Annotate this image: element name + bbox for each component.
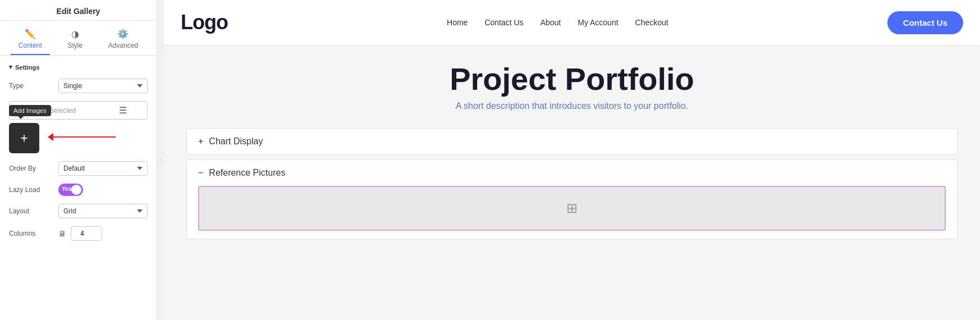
columns-monitor-icon: 🖥	[58, 229, 66, 238]
tab-style-label: Style	[67, 42, 83, 49]
tab-advanced-label: Advanced	[108, 42, 138, 49]
panel-tabs: ✏️ Content ◑ Style ⚙️ Advanced	[0, 21, 157, 56]
accordion-chart-icon: +	[198, 136, 203, 147]
lazy-load-label: Lazy Load	[9, 186, 54, 194]
accordion-reference-pictures: − Reference Pictures ⊞	[186, 159, 958, 239]
add-images-tooltip: Add Images	[9, 105, 51, 116]
columns-label: Columns	[9, 230, 54, 237]
tab-style[interactable]: ◑ Style	[59, 25, 90, 55]
edit-panel: Edit Gallery ✏️ Content ◑ Style ⚙️ Advan…	[0, 0, 157, 320]
order-by-select[interactable]: Default Random Title	[58, 161, 148, 176]
accordion-reference-icon: −	[198, 168, 203, 178]
nav-about[interactable]: About	[541, 18, 561, 27]
accordion-chart-header[interactable]: + Chart Display	[187, 129, 957, 154]
lazy-load-toggle[interactable]: Yes	[58, 184, 83, 196]
settings-arrow-icon: ▾	[9, 63, 12, 71]
add-image-wrapper: Add Images +	[9, 123, 39, 153]
site-nav: Home Contact Us About My Account Checkou…	[447, 18, 668, 27]
settings-label: Settings	[15, 64, 39, 71]
style-icon: ◑	[71, 29, 79, 39]
nav-checkout[interactable]: Checkout	[635, 18, 668, 27]
portfolio-description: A short description that introduces visi…	[186, 101, 958, 111]
nav-home[interactable]: Home	[447, 18, 468, 27]
main-content: Logo Home Contact Us About My Account Ch…	[164, 0, 980, 320]
images-area: No Images Selected ☰ Add Images +	[9, 101, 148, 153]
page-content-area: Project Portfolio A short description th…	[164, 45, 980, 320]
type-select[interactable]: Single Multiple	[58, 79, 148, 93]
order-by-label: Order By	[9, 164, 54, 172]
list-icon[interactable]: ☰	[119, 105, 127, 116]
site-logo: Logo	[181, 11, 228, 34]
columns-row: Columns 🖥	[9, 226, 148, 241]
accordion-reference-header[interactable]: − Reference Pictures	[187, 160, 957, 186]
red-arrow-graphic	[48, 136, 116, 138]
arrow-indicator	[48, 136, 116, 138]
accordion-reference-label: Reference Pictures	[209, 168, 285, 178]
nav-my-account[interactable]: My Account	[578, 18, 618, 27]
columns-input[interactable]	[71, 226, 102, 241]
settings-header: ▾ Settings	[9, 63, 148, 71]
tab-advanced[interactable]: ⚙️ Advanced	[100, 25, 146, 55]
nav-contact-us[interactable]: Contact Us	[484, 18, 523, 27]
contact-us-button[interactable]: Contact Us	[887, 11, 963, 34]
tab-content[interactable]: ✏️ Content	[11, 25, 50, 55]
gallery-grid-icon: ⊞	[566, 200, 578, 216]
order-by-field-row: Order By Default Random Title	[9, 161, 148, 176]
site-header: Logo Home Contact Us About My Account Ch…	[164, 0, 980, 45]
portfolio-title: Project Portfolio	[186, 62, 958, 97]
accordion-chart-label: Chart Display	[209, 136, 263, 147]
type-field-row: Type Single Multiple	[9, 79, 148, 93]
panel-body: ▾ Settings Type Single Multiple No Image…	[0, 56, 157, 320]
resize-handle[interactable]: ⋮	[157, 0, 164, 320]
content-icon: ✏️	[25, 29, 36, 39]
add-image-button[interactable]: +	[9, 123, 39, 153]
layout-field-row: Layout Grid Masonry Justified	[9, 204, 148, 218]
accordion-chart-display: + Chart Display	[186, 128, 958, 155]
portfolio-header: Project Portfolio A short description th…	[186, 62, 958, 111]
panel-title: Edit Gallery	[0, 0, 157, 21]
gallery-empty-area: ⊞	[198, 186, 946, 231]
layout-select[interactable]: Grid Masonry Justified	[58, 204, 148, 218]
tab-content-label: Content	[19, 42, 42, 49]
toggle-yes-text: Yes	[62, 186, 71, 192]
lazy-load-row: Lazy Load Yes	[9, 184, 148, 196]
layout-label: Layout	[9, 207, 54, 215]
type-label: Type	[9, 82, 54, 90]
toggle-knob	[71, 185, 81, 195]
advanced-icon: ⚙️	[117, 29, 129, 39]
